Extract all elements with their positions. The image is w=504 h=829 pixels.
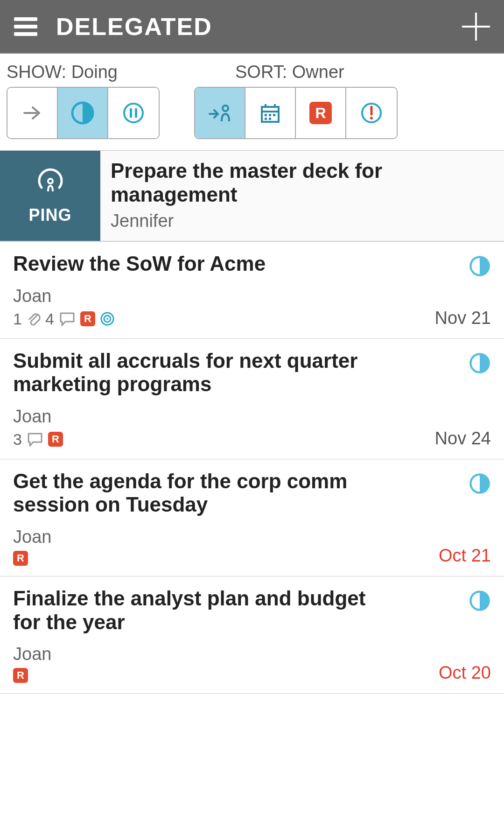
task-item[interactable]: Submit all accruals for next quarter mar… [0, 339, 504, 459]
sort-segment: R [194, 87, 398, 139]
task-meta: 14R [13, 310, 398, 328]
sort-option-owner[interactable] [195, 88, 245, 138]
svg-rect-9 [265, 114, 267, 116]
task-title: Get the agenda for the corp comm session… [13, 470, 398, 517]
svg-rect-3 [135, 108, 137, 118]
attachment-icon [27, 311, 41, 327]
svg-point-1 [124, 104, 143, 122]
r-badge-icon: R [80, 311, 95, 326]
status-icon [469, 352, 491, 374]
show-option-arrow[interactable] [7, 88, 58, 138]
filter-bar: SHOW: Doing SORT: Owner R [0, 54, 504, 151]
r-badge-icon: R [13, 551, 28, 566]
task-list: PING Prepare the master deck for managem… [0, 151, 504, 694]
ping-icon [34, 167, 67, 200]
person-arrow-icon [207, 100, 233, 126]
task-right: Oct 20 [407, 587, 491, 683]
menu-icon[interactable] [14, 17, 37, 36]
comment-icon [59, 311, 76, 326]
task-meta: R [13, 551, 398, 566]
task-owner: Joan [13, 527, 398, 547]
attachment-count: 1 [13, 310, 22, 328]
task-item[interactable]: Finalize the analyst plan and budget for… [0, 576, 504, 694]
arrow-right-icon [21, 101, 44, 125]
comment-icon [27, 432, 43, 447]
task-title: Finalize the analyst plan and budget for… [13, 587, 398, 634]
page-title: DELEGATED [56, 13, 462, 41]
half-circle-icon [469, 352, 491, 374]
status-icon [469, 472, 491, 495]
task-date: Oct 21 [439, 546, 491, 566]
svg-rect-11 [273, 114, 275, 116]
task-title: Submit all accruals for next quarter mar… [13, 349, 398, 396]
task-right: Nov 21 [407, 252, 491, 328]
task-left: Submit all accruals for next quarter mar… [13, 349, 407, 449]
task-title: Prepare the master deck for management [111, 159, 494, 206]
pinned-task[interactable]: PING Prepare the master deck for managem… [0, 151, 504, 242]
half-circle-icon [469, 472, 491, 495]
ping-label: PING [28, 205, 71, 225]
status-icon [469, 255, 491, 277]
svg-rect-12 [265, 118, 267, 120]
task-owner: Joan [13, 286, 398, 306]
task-left: Review the SoW for AcmeJoan14R [13, 252, 407, 328]
task-right: Nov 24 [407, 349, 491, 449]
task-date: Nov 21 [435, 308, 491, 328]
priority-icon [360, 101, 383, 125]
add-icon[interactable] [462, 13, 490, 41]
task-meta: 3R [13, 430, 398, 449]
task-meta: R [13, 668, 398, 683]
comment-count: 3 [13, 430, 22, 449]
half-circle-icon [469, 255, 491, 277]
task-left: Get the agenda for the corp comm session… [13, 470, 407, 566]
task-date: Nov 24 [435, 429, 491, 449]
r-badge-icon: R [309, 102, 332, 124]
show-segment [7, 87, 160, 139]
show-option-doing[interactable] [58, 88, 108, 138]
svg-point-16 [48, 179, 53, 183]
ping-button[interactable]: PING [0, 151, 100, 241]
sort-option-rank[interactable]: R [296, 88, 346, 138]
task-item[interactable]: Get the agenda for the corp comm session… [0, 459, 504, 576]
r-badge-icon: R [13, 668, 28, 683]
svg-rect-2 [130, 108, 132, 118]
task-owner: Jennifer [111, 211, 494, 231]
svg-point-19 [106, 318, 108, 320]
svg-rect-10 [269, 114, 271, 116]
show-label: SHOW: Doing [7, 62, 235, 82]
status-icon [469, 590, 491, 612]
task-right: Oct 21 [407, 470, 491, 566]
pinned-content: Prepare the master deck for management J… [100, 151, 504, 241]
task-title: Review the SoW for Acme [13, 252, 398, 276]
app-header: DELEGATED [0, 0, 504, 54]
pause-icon [122, 101, 145, 125]
r-badge-icon: R [48, 432, 63, 447]
task-date: Oct 20 [439, 663, 491, 683]
task-owner: Joan [13, 407, 398, 427]
half-circle-icon [469, 590, 491, 612]
task-left: Finalize the analyst plan and budget for… [13, 587, 407, 683]
sort-option-priority[interactable] [346, 88, 397, 138]
svg-rect-13 [269, 118, 271, 120]
svg-point-4 [223, 105, 228, 111]
task-item[interactable]: Review the SoW for AcmeJoan14RNov 21 [0, 242, 504, 339]
task-owner: Joan [13, 644, 398, 664]
half-circle-icon [70, 100, 95, 126]
show-option-paused[interactable] [108, 88, 159, 138]
comment-count: 4 [45, 310, 54, 328]
target-icon [100, 311, 115, 326]
calendar-icon [259, 101, 282, 125]
sort-label: SORT: Owner [235, 62, 344, 82]
svg-point-15 [370, 117, 373, 119]
sort-option-date[interactable] [245, 88, 296, 138]
